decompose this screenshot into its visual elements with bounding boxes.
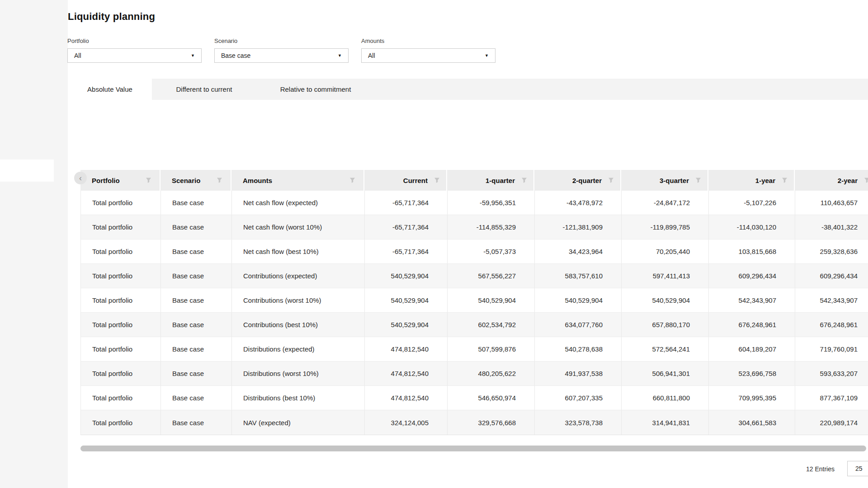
column-header-1-year[interactable]: 1-year xyxy=(708,170,795,191)
scenario-filter-label: Scenario xyxy=(214,38,349,44)
cell: Base case xyxy=(161,191,232,215)
cell: -5,107,226 xyxy=(709,191,795,215)
cell: 604,189,207 xyxy=(709,337,795,361)
cell: Distributions (worst 10%) xyxy=(232,361,365,385)
funnel-icon[interactable] xyxy=(217,178,222,183)
tab-relative-to-commitment[interactable]: Relative to commitment xyxy=(256,79,375,100)
cell: 329,576,668 xyxy=(448,410,535,435)
cell: Total portfolio xyxy=(81,215,161,239)
table-row[interactable]: Total portfolioBase caseDistributions (b… xyxy=(81,386,868,410)
page-title: Liquidity planning xyxy=(68,11,155,23)
funnel-icon[interactable] xyxy=(608,178,614,183)
funnel-icon[interactable] xyxy=(434,178,440,183)
cell: Total portfolio xyxy=(81,361,161,385)
table-row[interactable]: Total portfolioBase caseDistributions (e… xyxy=(81,337,868,361)
funnel-icon[interactable] xyxy=(695,178,701,183)
horizontal-scrollbar[interactable] xyxy=(80,446,866,451)
column-header-3-quarter[interactable]: 3-quarter xyxy=(621,170,708,191)
cell: 607,207,335 xyxy=(535,386,622,410)
cell: Distributions (expected) xyxy=(232,337,365,361)
cell: -119,899,785 xyxy=(622,215,709,239)
cell: Total portfolio xyxy=(81,410,161,435)
cell: 506,941,301 xyxy=(622,361,709,385)
cell: -24,847,172 xyxy=(622,191,709,215)
column-header-amounts[interactable]: Amounts xyxy=(231,170,364,191)
liquidity-table: PortfolioScenarioAmountsCurrent1-quarter… xyxy=(80,170,868,435)
column-header-current[interactable]: Current xyxy=(364,170,447,191)
table-row[interactable]: Total portfolioBase caseNAV (expected)32… xyxy=(81,410,868,435)
table-row[interactable]: Total portfolioBase caseNet cash flow (w… xyxy=(81,215,868,239)
amounts-filter-label: Amounts xyxy=(361,38,495,44)
cell: Base case xyxy=(161,313,232,337)
cell: Base case xyxy=(161,239,232,263)
cell: Net cash flow (worst 10%) xyxy=(232,215,365,239)
cell: 540,529,904 xyxy=(535,288,622,312)
cell: Total portfolio xyxy=(81,288,161,312)
cell: Net cash flow (best 10%) xyxy=(232,239,365,263)
portfolio-filter-label: Portfolio xyxy=(67,38,202,44)
caret-down-icon: ▼ xyxy=(485,53,489,58)
cell: -59,956,351 xyxy=(448,191,535,215)
cell: 877,367,109 xyxy=(795,386,868,410)
cell: -121,381,909 xyxy=(535,215,622,239)
tab-different-to-current[interactable]: Different to current xyxy=(152,79,256,100)
column-header-1-quarter[interactable]: 1-quarter xyxy=(447,170,534,191)
cell: 542,343,907 xyxy=(795,288,868,312)
column-header-label: 2-year xyxy=(838,177,868,184)
scenario-filter: Scenario Base case ▼ xyxy=(214,38,349,63)
cell: 314,941,831 xyxy=(622,410,709,435)
funnel-icon[interactable] xyxy=(864,178,868,183)
column-header-label: Scenario xyxy=(160,177,200,184)
table-row[interactable]: Total portfolioBase caseContributions (w… xyxy=(81,288,868,313)
table-header-row: PortfolioScenarioAmountsCurrent1-quarter… xyxy=(80,170,868,191)
funnel-icon[interactable] xyxy=(349,178,355,183)
cell: 259,328,636 xyxy=(795,239,868,263)
cell: 70,205,440 xyxy=(622,239,709,263)
cell: 220,989,174 xyxy=(795,410,868,435)
cell: Base case xyxy=(161,386,232,410)
cell: 593,633,207 xyxy=(795,361,868,385)
cell: 567,556,227 xyxy=(448,264,535,288)
table-row[interactable]: Total portfolioBase caseNet cash flow (b… xyxy=(81,239,868,264)
cell: 719,760,091 xyxy=(795,337,868,361)
cell: Base case xyxy=(161,410,232,435)
scenario-select[interactable]: Base case ▼ xyxy=(214,48,349,63)
cell: 597,411,413 xyxy=(622,264,709,288)
cell: Total portfolio xyxy=(81,264,161,288)
cell: 609,296,434 xyxy=(795,264,868,288)
cell: 34,423,964 xyxy=(535,239,622,263)
portfolio-select[interactable]: All ▼ xyxy=(67,48,202,63)
cell: -65,717,364 xyxy=(365,239,448,263)
cell: Total portfolio xyxy=(81,386,161,410)
column-header-2-quarter[interactable]: 2-quarter xyxy=(534,170,621,191)
cell: 110,463,657 xyxy=(795,191,868,215)
column-header-2-year[interactable]: 2-year xyxy=(795,170,868,191)
column-header-label: 1-year xyxy=(755,177,794,184)
table-row[interactable]: Total portfolioBase caseDistributions (w… xyxy=(81,361,868,386)
table-row[interactable]: Total portfolioBase caseContributions (b… xyxy=(81,313,868,337)
column-header-portfolio[interactable]: Portfolio xyxy=(80,170,160,191)
cell: Base case xyxy=(161,288,232,312)
funnel-icon[interactable] xyxy=(782,178,788,183)
left-rail xyxy=(0,0,68,488)
cell: 304,661,583 xyxy=(709,410,795,435)
scenario-select-value: Base case xyxy=(221,52,250,59)
funnel-icon[interactable] xyxy=(146,178,151,183)
page-size-select[interactable]: 25 | xyxy=(847,461,868,476)
tab-bar: Absolute Value Different to current Rela… xyxy=(68,79,868,100)
left-floating-panel xyxy=(0,160,54,182)
caret-down-icon: ▼ xyxy=(338,53,342,58)
cell: 583,757,610 xyxy=(535,264,622,288)
cell: 602,534,792 xyxy=(448,313,535,337)
amounts-select[interactable]: All ▼ xyxy=(361,48,495,63)
cell: Total portfolio xyxy=(81,239,161,263)
table-row[interactable]: Total portfolioBase caseContributions (e… xyxy=(81,264,868,288)
table-row[interactable]: Total portfolioBase caseNet cash flow (e… xyxy=(81,191,868,215)
tab-absolute-value[interactable]: Absolute Value xyxy=(68,79,152,100)
cell: Distributions (best 10%) xyxy=(232,386,365,410)
column-header-scenario[interactable]: Scenario xyxy=(160,170,231,191)
chevron-left-icon[interactable]: ‹ xyxy=(74,172,87,184)
funnel-icon[interactable] xyxy=(521,178,527,183)
cell: -65,717,364 xyxy=(365,215,448,239)
cell: Net cash flow (expected) xyxy=(232,191,365,215)
